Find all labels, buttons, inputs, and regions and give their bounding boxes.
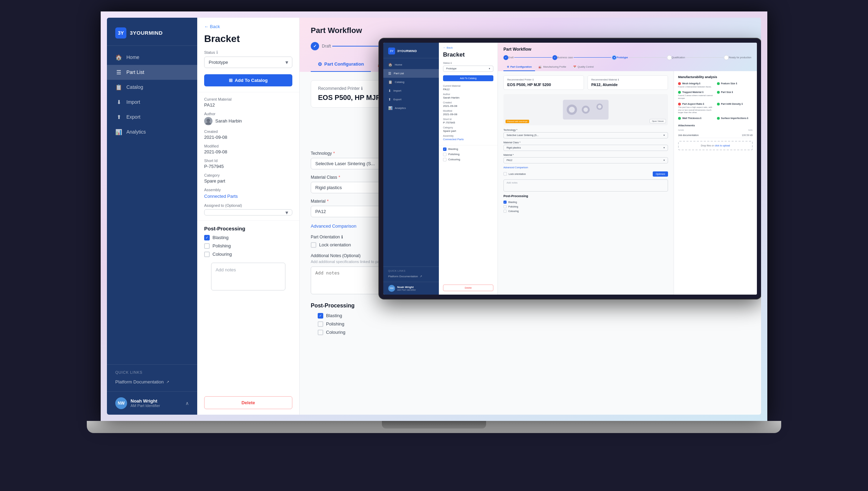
sidebar-item-export[interactable]: ⬆ Export xyxy=(107,110,197,125)
part-title: Bracket xyxy=(197,29,299,50)
mfg-items-grid: Mesh Integrity ℹ Found 1 intersection be… xyxy=(678,82,753,120)
inner-advanced-comparison[interactable]: Advanced Comparison xyxy=(503,166,668,169)
inner-tech-select[interactable]: Selective Laser Sintering (S... ▾ xyxy=(503,132,668,138)
inner-mat-class-select[interactable]: Rigid plastics ▾ xyxy=(503,145,668,151)
status-select-wrapper: Prototype xyxy=(204,57,292,68)
platform-docs-link[interactable]: Platform Documentation ↗ xyxy=(115,378,189,386)
back-button[interactable]: ← Back xyxy=(197,18,299,29)
polishing-check[interactable] xyxy=(318,321,323,327)
inner-blasting[interactable]: ✓ Blasting xyxy=(439,147,498,153)
inner-mat-select[interactable]: PA12 ▾ xyxy=(503,157,668,163)
laptop-screen-frame: 3Y 3YOURMIND 🏠 Home ☰ Part List xyxy=(101,11,767,421)
inner-rec-material: Recommended Material ℹ PA12, Alumide xyxy=(587,75,668,90)
sidebar-item-analytics[interactable]: 📊 Analytics xyxy=(107,125,197,139)
colouring-item[interactable]: Colouring xyxy=(311,330,750,338)
inner-nav-home[interactable]: 🏠 Home xyxy=(383,60,439,69)
inner-ql-label: QUICK LINKS xyxy=(388,270,434,272)
inner-user[interactable]: NW Noah Wright AM Part Identifier xyxy=(383,282,439,295)
polishing-checkbox[interactable] xyxy=(204,243,210,249)
created-label: Created xyxy=(204,129,292,134)
add-to-catalog-button[interactable]: ⊞ Add To Catalog xyxy=(204,74,292,86)
delete-button[interactable]: Delete xyxy=(204,396,292,409)
inner-post-colouring-check[interactable] xyxy=(503,210,507,213)
inner-business-label: Business case xyxy=(557,56,573,59)
mfg-part-size-dot xyxy=(717,91,720,94)
inner-colouring-check[interactable] xyxy=(443,158,446,161)
inner-nav-export[interactable]: ⬆ Export xyxy=(383,95,439,104)
blasting-item[interactable]: ✓ Blasting xyxy=(311,313,750,321)
sidebar-item-export-label: Export xyxy=(126,114,140,120)
quick-links-label: QUICK LINKS xyxy=(115,370,189,374)
inner-post-processing-title: Post-Processing xyxy=(503,194,668,198)
lock-orientation-checkbox[interactable] xyxy=(311,242,316,248)
sidebar-item-home-label: Home xyxy=(126,54,139,60)
inner-blasting-check[interactable]: ✓ xyxy=(443,147,446,151)
colouring-checkbox[interactable] xyxy=(204,252,210,257)
inner-nav-analytics[interactable]: 📊 Analytics xyxy=(383,104,439,112)
inner-post-polishing-check[interactable] xyxy=(503,205,507,208)
colouring-checkbox-item[interactable]: Colouring xyxy=(197,252,299,260)
panel-divider-2 xyxy=(197,220,299,221)
sidebar-item-import[interactable]: ⬇ Import xyxy=(107,95,197,110)
inner-post-colouring[interactable]: Colouring xyxy=(503,209,668,213)
inner-tab-config[interactable]: ⚙ Part Configuration xyxy=(503,64,535,71)
part-list-icon: ☰ xyxy=(115,69,122,76)
user-name: Noah Wright xyxy=(131,398,182,404)
inner-back-button[interactable]: ← Back xyxy=(439,43,498,49)
modified-value: 2021-09-08 xyxy=(204,149,292,154)
inner-polishing[interactable]: Polishing xyxy=(439,153,498,158)
inner-mfg-title: Manufacturability analysis xyxy=(678,75,753,79)
tab-part-configuration[interactable]: ⚙ Part Configuration xyxy=(311,57,371,72)
inner-platform-docs[interactable]: Platform Documentation ↗ xyxy=(388,274,434,279)
notes-section: Add notes xyxy=(204,263,292,296)
inner-polishing-check[interactable] xyxy=(443,153,446,156)
polishing-checkbox-item[interactable]: Polishing xyxy=(197,243,299,252)
inner-tab-mfg[interactable]: 🏭 Manufacturing Profile xyxy=(535,64,569,71)
inner-user-name: Noah Wright xyxy=(397,286,416,289)
polishing-item[interactable]: Polishing xyxy=(311,321,750,330)
inner-post-polishing[interactable]: Polishing xyxy=(503,204,668,209)
inner-lock-row: Lock orientation xyxy=(503,172,526,176)
sidebar-item-home[interactable]: 🏠 Home xyxy=(107,50,197,65)
inner-rec-printer-label: Recommended Printer ℹ xyxy=(507,78,580,81)
inner-nav-import[interactable]: ⬇ Import xyxy=(383,86,439,95)
assembly-label: Assembly xyxy=(204,188,292,192)
inner-content-body: Recommended Printer ℹ EOS P500, HP MJF 5… xyxy=(498,71,757,295)
blasting-checkbox-item[interactable]: ✓ Blasting xyxy=(197,235,299,243)
inner-analytics-icon: 📊 xyxy=(388,106,392,110)
inner-nav-catalog[interactable]: 📋 Catalog xyxy=(383,78,439,86)
attachment-header: NAME SIZE xyxy=(678,129,753,131)
inner-optimize-btn[interactable]: Optimize xyxy=(653,171,668,177)
inner-nav: 🏠 Home ☰ Part List 📋 C xyxy=(383,58,439,266)
drop-link[interactable]: click to upload xyxy=(715,144,730,147)
inner-post-blasting[interactable]: ✓ Blasting xyxy=(503,200,668,204)
inner-post-blasting-check[interactable]: ✓ xyxy=(503,201,507,204)
inner-connector-4 xyxy=(686,57,723,58)
assigned-select[interactable] xyxy=(204,209,292,215)
inner-lock-checkbox[interactable] xyxy=(503,172,507,176)
status-select[interactable]: Prototype xyxy=(204,57,292,68)
sidebar-item-part-list[interactable]: ☰ Part List xyxy=(107,65,197,80)
advanced-comparison-link[interactable]: Advanced Comparison xyxy=(311,223,357,229)
sidebar-user[interactable]: NW Noah Wright AM Part Identifier ∧ xyxy=(107,391,197,415)
mfg-wall-header: Wall Thickness ℹ xyxy=(678,117,714,120)
inner-tab-quality[interactable]: 📅 Quality Control xyxy=(570,64,597,71)
inner-delete-btn[interactable]: Delete xyxy=(443,285,493,291)
sidebar-item-part-list-label: Part List xyxy=(126,69,144,75)
inner-connector-3 xyxy=(629,57,666,58)
colouring-check[interactable] xyxy=(318,330,323,335)
drop-zone[interactable]: Drop files or click to upload xyxy=(678,141,753,150)
sidebar-item-catalog[interactable]: 📋 Catalog xyxy=(107,80,197,95)
assembly-link[interactable]: Connected Parts xyxy=(204,194,238,199)
inner-export-label: Export xyxy=(393,98,401,101)
inner-status-select[interactable]: Prototype ▾ xyxy=(443,66,493,72)
created-value: 2021-09-08 xyxy=(204,135,292,140)
inner-colouring[interactable]: Colouring xyxy=(439,158,498,163)
blasting-checkbox[interactable]: ✓ xyxy=(204,235,210,240)
blasting-check[interactable]: ✓ xyxy=(318,313,323,319)
inner-open-viewer-btn[interactable]: Open Viewer xyxy=(650,119,666,123)
inner-rec-material-value: PA12, Alumide xyxy=(591,83,664,87)
notes-area: Add notes xyxy=(211,263,285,290)
inner-nav-part-list[interactable]: ☰ Part List xyxy=(383,69,439,78)
inner-add-catalog-btn[interactable]: Add To Catalog xyxy=(443,75,493,81)
